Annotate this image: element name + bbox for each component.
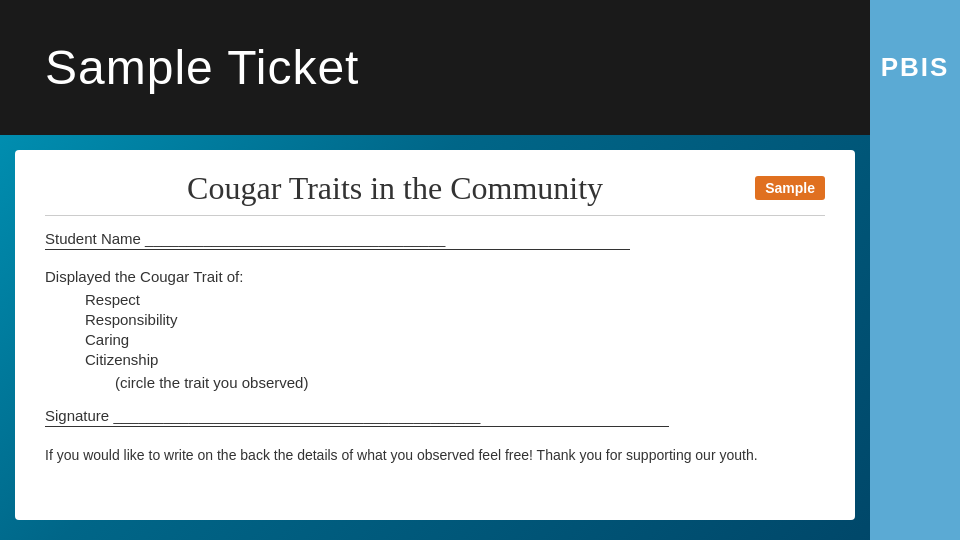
ticket-header: Cougar Traits in the Community Sample: [45, 170, 825, 207]
footer-text: If you would like to write on the back t…: [45, 445, 775, 466]
student-name-line: Student Name ___________________________…: [45, 230, 630, 250]
trait-responsibility: Responsibility: [85, 311, 825, 328]
pbis-text: PBIS: [881, 52, 950, 83]
trait-list: Respect Responsibility Caring Citizenshi…: [85, 291, 825, 368]
trait-caring: Caring: [85, 331, 825, 348]
trait-citizenship: Citizenship: [85, 351, 825, 368]
circle-note: (circle the trait you observed): [115, 374, 825, 391]
divider: [45, 215, 825, 216]
sample-badge: Sample: [755, 176, 825, 200]
displayed-trait-label: Displayed the Cougar Trait of:: [45, 268, 825, 285]
cougar-title: Cougar Traits in the Community: [45, 170, 755, 207]
pbis-label: PBIS: [870, 0, 960, 135]
header-bar: Sample Ticket: [0, 0, 870, 135]
ticket-card: Cougar Traits in the Community Sample St…: [15, 150, 855, 520]
signature-line: Signature ______________________________…: [45, 407, 669, 427]
page-title: Sample Ticket: [45, 40, 359, 95]
trait-respect: Respect: [85, 291, 825, 308]
